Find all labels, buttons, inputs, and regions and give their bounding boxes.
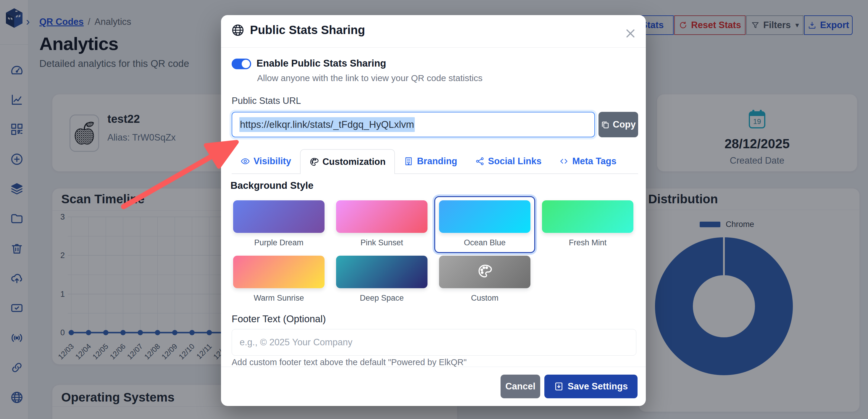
bg-style-custom[interactable]: Custom: [439, 256, 530, 303]
gradient-swatch: [336, 200, 428, 233]
close-icon[interactable]: [623, 26, 638, 40]
public-stats-sharing-modal: Public Stats Sharing Enable Public Stats…: [221, 15, 646, 406]
tab-label: Branding: [417, 156, 457, 167]
swatch-label: Pink Sunset: [336, 238, 428, 247]
save-settings-button[interactable]: Save Settings: [544, 375, 638, 398]
copy-icon: [601, 120, 610, 129]
globe-icon: [231, 24, 244, 36]
bg-style-deep-space[interactable]: Deep Space: [336, 256, 428, 303]
footer-text-input[interactable]: [231, 329, 637, 356]
tab-meta-tags[interactable]: Meta Tags: [550, 149, 625, 173]
swatch-label: Fresh Mint: [542, 238, 633, 247]
code-icon: [559, 156, 568, 166]
modal-tabs: VisibilityCustomizationBrandingSocial Li…: [231, 149, 638, 174]
bg-style-fresh-mint[interactable]: Fresh Mint: [542, 200, 633, 247]
eye-icon: [241, 156, 250, 166]
url-selected-text: https://elkqr.link/stats/_tFdgq_HyQLxlvm: [239, 117, 415, 132]
building-icon: [404, 156, 413, 166]
toggle-label: Enable Public Stats Sharing: [256, 58, 386, 69]
tab-social-links[interactable]: Social Links: [466, 149, 551, 173]
modal-title: Public Stats Sharing: [250, 23, 365, 37]
bg-style-warm-sunrise[interactable]: Warm Sunrise: [233, 256, 324, 303]
tab-label: Visibility: [253, 156, 291, 167]
public-stats-url-label: Public Stats URL: [231, 96, 301, 106]
cancel-button[interactable]: Cancel: [501, 375, 540, 398]
footer-help-text: Add custom footer text above the default…: [231, 357, 467, 367]
gradient-swatch: [233, 200, 324, 233]
bg-style-purple-dream[interactable]: Purple Dream: [233, 200, 324, 247]
swatch-label: Ocean Blue: [439, 238, 530, 247]
copy-button[interactable]: Copy: [598, 112, 638, 137]
public-stats-url-input[interactable]: https://elkqr.link/stats/_tFdgq_HyQLxlvm: [231, 112, 595, 137]
tab-label: Meta Tags: [572, 156, 616, 167]
gradient-swatch: [439, 200, 530, 233]
swatch-label: Custom: [439, 294, 530, 303]
tab-label: Social Links: [488, 156, 542, 167]
gradient-swatch: [542, 200, 633, 233]
save-icon: [554, 382, 564, 391]
modal-header-divider: [221, 47, 646, 48]
bg-style-ocean-blue[interactable]: Ocean Blue: [439, 200, 530, 247]
swatch-label: Warm Sunrise: [233, 294, 324, 303]
palette-icon: [309, 157, 319, 167]
app-root: › QR Codes / Analytics Analytics Detaile…: [0, 0, 868, 419]
footer-text-label: Footer Text (Optional): [231, 313, 326, 325]
gradient-swatch: [336, 256, 428, 288]
tab-customization[interactable]: Customization: [300, 149, 395, 174]
background-style-label: Background Style: [230, 180, 314, 191]
gradient-swatch: [233, 256, 324, 288]
tab-branding[interactable]: Branding: [395, 149, 466, 173]
swatch-label: Purple Dream: [233, 238, 324, 247]
tab-visibility[interactable]: Visibility: [231, 149, 300, 173]
enable-public-stats-toggle[interactable]: [231, 59, 251, 69]
swatch-label: Deep Space: [336, 294, 428, 303]
toggle-description: Allow anyone with the link to view your …: [257, 73, 483, 83]
tab-label: Customization: [322, 156, 386, 167]
share-icon: [475, 156, 485, 166]
modal-footer-divider: [221, 367, 646, 367]
bg-style-pink-sunset[interactable]: Pink Sunset: [336, 200, 428, 247]
